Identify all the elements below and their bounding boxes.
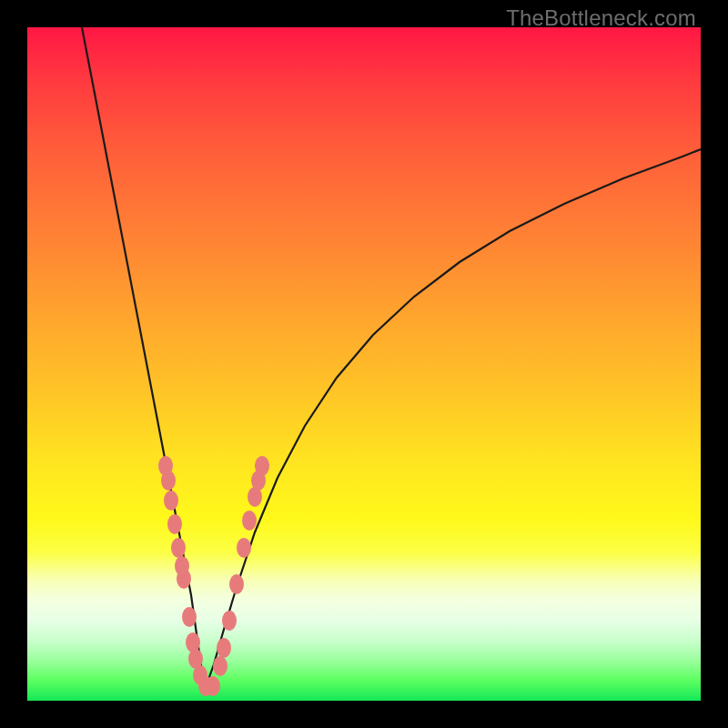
right-branch-curve <box>205 149 701 690</box>
curve-group <box>82 27 701 690</box>
marker-dot <box>217 638 231 658</box>
left-branch-curve <box>82 27 205 690</box>
marker-dot <box>161 470 176 490</box>
marker-dot <box>242 511 257 531</box>
marker-dot <box>182 607 197 627</box>
marker-dot <box>206 676 220 696</box>
markers-group <box>158 456 269 696</box>
marker-dot <box>164 490 178 511</box>
plot-area <box>27 27 701 701</box>
marker-dot <box>229 574 244 594</box>
marker-dot <box>237 538 251 558</box>
chart-frame: TheBottleneck.com <box>0 0 728 728</box>
marker-dot <box>213 656 228 676</box>
marker-dot <box>171 538 186 558</box>
marker-dot <box>222 611 237 631</box>
chart-overlay <box>27 27 701 701</box>
marker-dot <box>167 514 182 534</box>
marker-dot <box>255 456 269 476</box>
marker-dot <box>177 569 191 589</box>
